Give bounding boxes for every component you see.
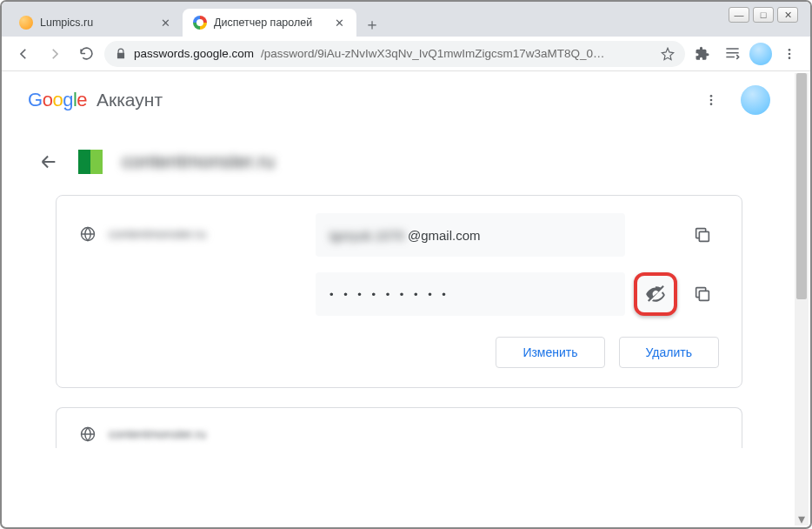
password-card-next: contentmonster.ru [56,407,742,448]
username-value-blur: igoryuk.1070 [329,228,404,243]
tab-title: Диспетчер паролей [214,17,312,29]
browser-toolbar: passwords.google.com/password/9iAu-zNvIw… [2,37,810,71]
eye-off-icon [644,283,667,305]
scrollbar-down-arrow-icon[interactable]: ▾ [795,512,809,526]
globe-icon [79,425,97,443]
password-card: contentmonster.ru igoryuk.1070@gmail.com [56,195,742,388]
card-actions: Изменить Удалить [79,337,719,368]
password-field[interactable]: • • • • • • • • • [316,272,625,316]
svg-point-4 [710,99,713,102]
delete-button[interactable]: Удалить [619,337,719,368]
svg-point-1 [789,52,791,55]
nav-forward-button[interactable] [42,41,68,67]
account-avatar-icon[interactable] [741,85,770,115]
copy-username-button[interactable] [686,218,719,251]
favicon-google-icon [193,16,207,30]
page-content: Google Аккаунт contentmonster.ru [3,73,795,526]
site-favicon-icon [78,150,103,174]
account-title: Аккаунт [97,90,163,110]
svg-point-5 [710,103,713,105]
browser-menu-icon[interactable] [777,42,802,66]
password-value: • • • • • • • • • [329,288,449,301]
svg-point-0 [789,49,791,51]
extensions-icon[interactable] [690,42,715,66]
site-name[interactable]: contentmonster.ru [109,227,206,241]
media-control-icon[interactable] [720,42,744,66]
fields-column: igoryuk.1070@gmail.com • • • • • • • • • [316,213,719,316]
window-minimize-button[interactable]: — [729,7,749,23]
site-column: contentmonster.ru [79,213,296,243]
tab-strip: Lumpics.ru ✕ Диспетчер паролей ✕ ＋ [2,2,810,37]
app-overflow-menu-icon[interactable] [701,90,722,110]
svg-point-2 [789,57,791,59]
nav-reload-button[interactable] [73,41,99,67]
svg-point-3 [710,95,713,97]
back-arrow-icon[interactable] [38,151,59,172]
svg-rect-8 [699,291,709,300]
tab-title: Lumpics.ru [40,17,93,29]
site-name[interactable]: contentmonster.ru [109,427,206,441]
vertical-scrollbar[interactable]: ▾ [795,73,809,526]
svg-rect-7 [699,231,709,241]
page-viewport: Google Аккаунт contentmonster.ru [3,73,809,526]
profile-avatar-icon[interactable] [749,43,772,65]
password-row: • • • • • • • • • [316,272,719,316]
lock-icon [115,48,127,60]
bookmark-star-icon[interactable] [661,47,675,61]
window-chrome: — □ ✕ [729,7,798,23]
close-tab-icon[interactable]: ✕ [158,16,172,30]
tab-lumpics[interactable]: Lumpics.ru ✕ [9,9,183,37]
username-value-suffix: @gmail.com [408,228,481,243]
address-bar[interactable]: passwords.google.com/password/9iAu-zNvIw… [104,41,685,67]
tab-password-manager[interactable]: Диспетчер паролей ✕ [183,9,356,37]
edit-button[interactable]: Изменить [496,337,604,368]
globe-icon [79,225,97,243]
google-logo: Google [28,89,87,111]
window-maximize-button[interactable]: □ [753,7,774,23]
url-domain: passwords.google.com [134,47,254,60]
app-header: Google Аккаунт [3,73,795,127]
window-close-button[interactable]: ✕ [777,7,798,23]
new-tab-button[interactable]: ＋ [360,12,384,37]
site-title: contentmonster.ru [122,151,275,173]
copy-password-button[interactable] [686,278,719,311]
scrollbar-thumb[interactable] [796,73,807,299]
favicon-orange-icon [19,16,33,30]
username-field[interactable]: igoryuk.1070@gmail.com [316,213,625,257]
toggle-password-visibility-button[interactable] [634,272,677,316]
username-row: igoryuk.1070@gmail.com [316,213,719,257]
close-tab-icon[interactable]: ✕ [332,16,346,30]
url-path: /password/9iAu-zNvIwX3qNv_IvQ1mwImZigcsm… [261,47,654,60]
page-title-row: contentmonster.ru [3,127,795,195]
nav-back-button[interactable] [10,41,37,67]
